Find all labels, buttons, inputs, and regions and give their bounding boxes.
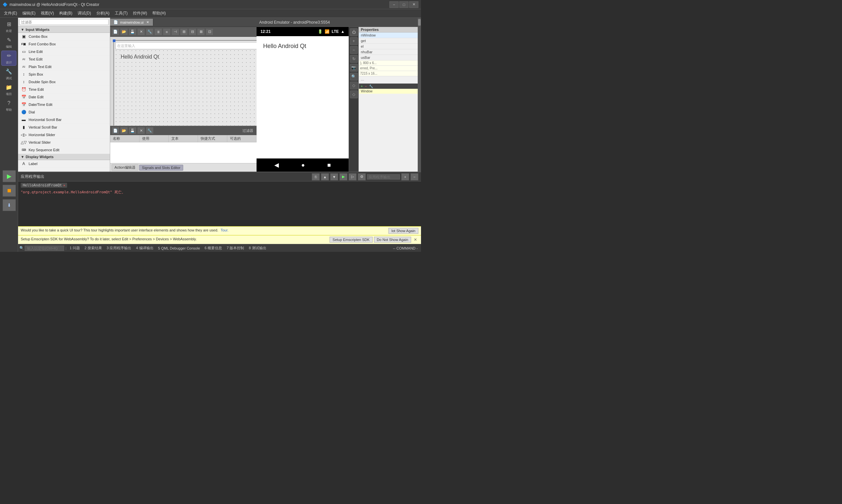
emulator-scrollbar[interactable] [418,18,421,172]
status-compile[interactable]: 4 编译输出 [134,246,155,251]
pause-button[interactable]: ⏸ [154,28,162,36]
menu-controls[interactable]: 控件(W) [130,10,150,17]
menu-tools[interactable]: 工具(T) [112,10,130,17]
notification-close-icon[interactable]: ✕ [412,237,418,242]
maximize-button[interactable]: □ [399,1,409,8]
menu-build[interactable]: 构建(B) [57,10,75,17]
emu-minus-btn[interactable]: − [365,85,367,88]
action-open[interactable]: 📂 [120,127,128,134]
widget-datetime-edit[interactable]: 📅 Date/Time Edit [18,101,110,108]
new-button[interactable]: 📄 [111,28,120,36]
notification-tour-link[interactable]: Tour. [221,228,229,232]
prop-item-el[interactable]: el [359,44,418,49]
tab-action-editor[interactable]: Action编辑器 [111,164,139,171]
emu-rotate-button[interactable]: ↻ [350,55,358,63]
prop-more-button[interactable]: ... [359,76,418,82]
prop-item-nwindow[interactable]: nWindow [359,33,418,38]
prop-item-nhubar[interactable]: nhuBar [359,49,418,55]
menu-analyze[interactable]: 分析(A) [94,10,112,17]
sidebar-item-edit[interactable]: ✎ 编辑 [1,35,16,50]
designer-tab-mainwindow[interactable]: 📄 mainwindow.ui ✕ [110,19,153,26]
widget-font-combo-box[interactable]: F▣ Font Combo Box [18,40,110,48]
prop-item-usbar[interactable]: usBar [359,55,418,60]
not-show-again-button[interactable]: lot Show Again [389,228,418,234]
output-step-button[interactable]: ▷ [348,173,357,180]
grid3-button[interactable]: ⊡ [205,28,213,36]
grid2-button[interactable]: ⊠ [197,28,205,36]
status-qml[interactable]: 5 QML Debugger Console [156,246,202,250]
status-overview[interactable]: 6 概要信息 [203,246,224,251]
menu-help[interactable]: 帮助(H) [150,10,168,17]
status-vcs[interactable]: 7 版本控制 [225,246,246,251]
action-wrench[interactable]: 🔧 [146,127,154,134]
app-tab-close[interactable]: ✕ [63,183,65,187]
delete-button[interactable]: ✕ [137,28,145,36]
widget-h-scroll[interactable]: ▬ Horizontal Scroll Bar [18,116,110,124]
align-right-button[interactable]: ⊣ [172,28,179,36]
menu-edit[interactable]: 编辑(E) [20,10,38,17]
widget-combo-box[interactable]: ▣ Combo Box [18,33,110,40]
status-search-input[interactable] [25,246,64,251]
widget-date-edit[interactable]: 📅 Date Edit [18,93,110,101]
prop-item-get[interactable]: get [359,38,418,44]
status-tests[interactable]: 8 测试输出 [247,246,268,251]
output-filter-input[interactable] [367,174,400,180]
stop-run-button[interactable]: ⏹ [3,185,16,197]
emu-vol-up-button[interactable]: + [350,37,358,45]
align-left-button[interactable]: ≡ [163,28,171,36]
tab-signals-slots[interactable]: Signals and Slots Editor [139,165,183,170]
sidebar-item-project[interactable]: 📁 项目 [1,82,16,97]
widget-filter-input[interactable] [19,19,109,25]
widget-h-slider[interactable]: ◁▷ Horizontal Slider [18,131,110,139]
emu-arrow-button[interactable]: ◇ [350,82,358,89]
output-nav-next[interactable]: ▼ [330,173,338,180]
sidebar-item-debug[interactable]: 🔧 调试 [1,67,16,82]
run-button[interactable]: ▶ [3,170,16,182]
output-remove-button[interactable]: − [411,173,418,180]
output-nav-prev[interactable]: ▲ [321,173,329,180]
sidebar-item-welcome[interactable]: ⊞ 欢迎 [1,19,16,34]
widget-time-edit[interactable]: ⏰ Time Edit [18,86,110,93]
designer-canvas[interactable]: 在这里输入 Hello Android Qt [110,37,256,126]
setup-emscripten-button[interactable]: Setup Emscripten SDK [329,237,373,242]
status-issues[interactable]: 1 问题 [68,246,82,251]
emu-recent-button[interactable]: ■ [327,162,331,169]
widget-text-edit[interactable]: AI Text Edit [18,56,110,63]
scrollbar-thumb[interactable] [418,19,421,26]
resize-handle-tl[interactable] [113,39,115,42]
widget-key-seq-edit[interactable]: ⌨ Key Sequence Edit [18,146,110,154]
menu-file[interactable]: 文件(E) [1,10,20,17]
output-add-button[interactable]: + [401,173,409,180]
emu-zoom-in-button[interactable]: 🔍 [350,73,358,80]
widget-dial[interactable]: 🔵 Dial [18,108,110,116]
emu-vol-down-button[interactable]: − [350,46,358,54]
widget-spin-box[interactable]: ↕ Spin Box [18,71,110,78]
output-settings-button[interactable]: ⚙ [358,173,366,180]
output-copy-button[interactable]: ⎘ [312,173,320,180]
status-app-output[interactable]: 3 应用程序输出 [105,246,133,251]
widget-v-slider[interactable]: △▽ Vertical Slider [18,139,110,146]
output-run-button[interactable]: ▶ [339,173,347,180]
menu-view[interactable]: 视图(V) [38,10,57,17]
output-app-tab[interactable]: HelloAndroidFromQt ✕ [21,183,67,188]
action-new[interactable]: 📄 [111,127,120,134]
canvas-widget[interactable]: 在这里输入 Hello Android Qt [113,40,256,126]
save-button[interactable]: 💾 [129,28,137,36]
close-button[interactable]: ✕ [409,1,418,8]
layout-button[interactable]: ⊞ [180,28,188,36]
emu-back-button[interactable]: ◀ [274,161,279,169]
action-save[interactable]: 💾 [129,127,137,134]
widget-v-scroll[interactable]: ▮ Vertical Scroll Bar [18,124,110,131]
open-button[interactable]: 📂 [120,28,128,36]
emu-arrow2-button[interactable]: ◇ [350,90,358,98]
widget-double-spin-box[interactable]: ↕ Double Spin Box [18,78,110,86]
menu-debug[interactable]: 调试(D) [75,10,94,17]
step-run-button[interactable]: ⬇ [3,199,16,211]
emu-home-button[interactable]: ● [301,162,305,169]
canvas-input-field[interactable]: 在这里输入 [115,42,256,49]
grid-button[interactable]: ⊟ [189,28,196,36]
sidebar-item-design[interactable]: ✏ 设计 [1,51,16,66]
do-not-show-again-button[interactable]: Do Not Show Again [374,237,411,242]
emu-power-button[interactable]: ⏻ [350,28,358,36]
widget-label[interactable]: A Label [18,160,110,168]
